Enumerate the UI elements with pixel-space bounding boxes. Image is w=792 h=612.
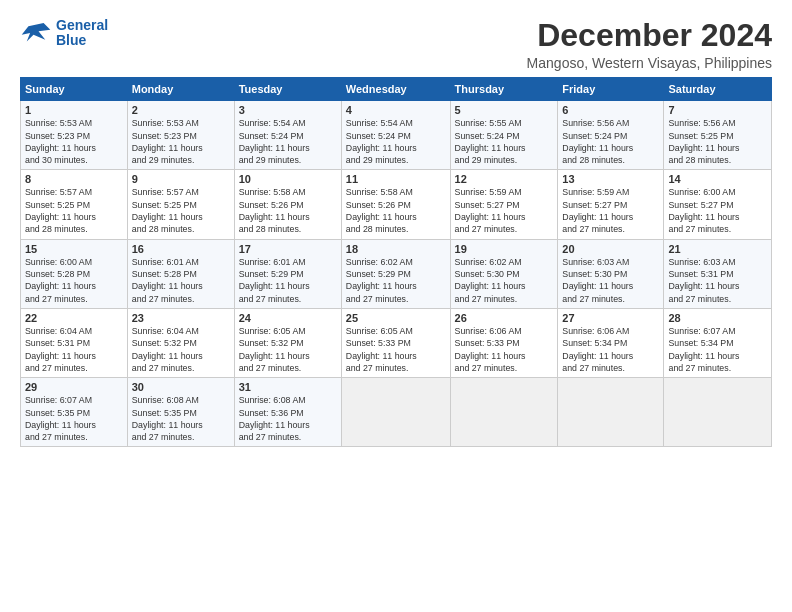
header-monday: Monday [127, 78, 234, 101]
logo: GeneralBlue [20, 18, 108, 49]
subtitle: Mangoso, Western Visayas, Philippines [527, 55, 772, 71]
day-number: 19 [455, 243, 554, 255]
calendar-cell: 8Sunrise: 5:57 AM Sunset: 5:25 PM Daylig… [21, 170, 128, 239]
calendar-cell: 16Sunrise: 6:01 AM Sunset: 5:28 PM Dayli… [127, 239, 234, 308]
day-number: 11 [346, 173, 446, 185]
day-number: 7 [668, 104, 767, 116]
day-number: 25 [346, 312, 446, 324]
day-info: Sunrise: 6:04 AM Sunset: 5:31 PM Dayligh… [25, 325, 123, 374]
calendar-cell: 2Sunrise: 5:53 AM Sunset: 5:23 PM Daylig… [127, 101, 234, 170]
day-number: 4 [346, 104, 446, 116]
day-number: 21 [668, 243, 767, 255]
calendar-week-row: 1Sunrise: 5:53 AM Sunset: 5:23 PM Daylig… [21, 101, 772, 170]
title-block: December 2024 Mangoso, Western Visayas, … [527, 18, 772, 71]
day-info: Sunrise: 6:07 AM Sunset: 5:35 PM Dayligh… [25, 394, 123, 443]
day-number: 30 [132, 381, 230, 393]
day-info: Sunrise: 5:57 AM Sunset: 5:25 PM Dayligh… [25, 186, 123, 235]
day-info: Sunrise: 5:54 AM Sunset: 5:24 PM Dayligh… [346, 117, 446, 166]
day-info: Sunrise: 6:05 AM Sunset: 5:33 PM Dayligh… [346, 325, 446, 374]
day-info: Sunrise: 5:53 AM Sunset: 5:23 PM Dayligh… [132, 117, 230, 166]
day-info: Sunrise: 5:54 AM Sunset: 5:24 PM Dayligh… [239, 117, 337, 166]
day-info: Sunrise: 5:58 AM Sunset: 5:26 PM Dayligh… [239, 186, 337, 235]
day-number: 2 [132, 104, 230, 116]
day-number: 24 [239, 312, 337, 324]
header-saturday: Saturday [664, 78, 772, 101]
svg-marker-0 [22, 23, 51, 42]
calendar-week-row: 22Sunrise: 6:04 AM Sunset: 5:31 PM Dayli… [21, 308, 772, 377]
day-info: Sunrise: 6:05 AM Sunset: 5:32 PM Dayligh… [239, 325, 337, 374]
calendar-cell: 12Sunrise: 5:59 AM Sunset: 5:27 PM Dayli… [450, 170, 558, 239]
day-number: 27 [562, 312, 659, 324]
calendar-cell: 14Sunrise: 6:00 AM Sunset: 5:27 PM Dayli… [664, 170, 772, 239]
calendar-cell: 28Sunrise: 6:07 AM Sunset: 5:34 PM Dayli… [664, 308, 772, 377]
day-info: Sunrise: 5:59 AM Sunset: 5:27 PM Dayligh… [562, 186, 659, 235]
calendar-cell: 4Sunrise: 5:54 AM Sunset: 5:24 PM Daylig… [341, 101, 450, 170]
calendar-cell: 31Sunrise: 6:08 AM Sunset: 5:36 PM Dayli… [234, 378, 341, 447]
calendar-week-row: 29Sunrise: 6:07 AM Sunset: 5:35 PM Dayli… [21, 378, 772, 447]
calendar-cell: 23Sunrise: 6:04 AM Sunset: 5:32 PM Dayli… [127, 308, 234, 377]
calendar-cell: 17Sunrise: 6:01 AM Sunset: 5:29 PM Dayli… [234, 239, 341, 308]
day-number: 23 [132, 312, 230, 324]
day-info: Sunrise: 6:01 AM Sunset: 5:28 PM Dayligh… [132, 256, 230, 305]
day-info: Sunrise: 6:00 AM Sunset: 5:27 PM Dayligh… [668, 186, 767, 235]
calendar-cell: 7Sunrise: 5:56 AM Sunset: 5:25 PM Daylig… [664, 101, 772, 170]
day-number: 5 [455, 104, 554, 116]
day-number: 1 [25, 104, 123, 116]
day-number: 26 [455, 312, 554, 324]
day-info: Sunrise: 5:57 AM Sunset: 5:25 PM Dayligh… [132, 186, 230, 235]
day-info: Sunrise: 6:07 AM Sunset: 5:34 PM Dayligh… [668, 325, 767, 374]
calendar-week-row: 15Sunrise: 6:00 AM Sunset: 5:28 PM Dayli… [21, 239, 772, 308]
day-info: Sunrise: 6:08 AM Sunset: 5:35 PM Dayligh… [132, 394, 230, 443]
header-wednesday: Wednesday [341, 78, 450, 101]
calendar-cell: 15Sunrise: 6:00 AM Sunset: 5:28 PM Dayli… [21, 239, 128, 308]
logo-text: GeneralBlue [56, 18, 108, 49]
calendar-cell: 5Sunrise: 5:55 AM Sunset: 5:24 PM Daylig… [450, 101, 558, 170]
day-number: 10 [239, 173, 337, 185]
header-thursday: Thursday [450, 78, 558, 101]
header-friday: Friday [558, 78, 664, 101]
calendar-cell: 20Sunrise: 6:03 AM Sunset: 5:30 PM Dayli… [558, 239, 664, 308]
calendar-cell: 30Sunrise: 6:08 AM Sunset: 5:35 PM Dayli… [127, 378, 234, 447]
day-info: Sunrise: 6:06 AM Sunset: 5:34 PM Dayligh… [562, 325, 659, 374]
calendar-cell: 29Sunrise: 6:07 AM Sunset: 5:35 PM Dayli… [21, 378, 128, 447]
day-number: 14 [668, 173, 767, 185]
day-info: Sunrise: 6:03 AM Sunset: 5:31 PM Dayligh… [668, 256, 767, 305]
logo-bird-icon [20, 19, 52, 47]
calendar-cell [341, 378, 450, 447]
calendar-cell: 27Sunrise: 6:06 AM Sunset: 5:34 PM Dayli… [558, 308, 664, 377]
day-info: Sunrise: 6:00 AM Sunset: 5:28 PM Dayligh… [25, 256, 123, 305]
calendar-cell: 22Sunrise: 6:04 AM Sunset: 5:31 PM Dayli… [21, 308, 128, 377]
calendar-week-row: 8Sunrise: 5:57 AM Sunset: 5:25 PM Daylig… [21, 170, 772, 239]
calendar-cell: 10Sunrise: 5:58 AM Sunset: 5:26 PM Dayli… [234, 170, 341, 239]
day-info: Sunrise: 5:55 AM Sunset: 5:24 PM Dayligh… [455, 117, 554, 166]
day-number: 18 [346, 243, 446, 255]
day-info: Sunrise: 5:58 AM Sunset: 5:26 PM Dayligh… [346, 186, 446, 235]
day-number: 6 [562, 104, 659, 116]
calendar-cell: 25Sunrise: 6:05 AM Sunset: 5:33 PM Dayli… [341, 308, 450, 377]
day-number: 16 [132, 243, 230, 255]
calendar-cell: 9Sunrise: 5:57 AM Sunset: 5:25 PM Daylig… [127, 170, 234, 239]
calendar-cell: 3Sunrise: 5:54 AM Sunset: 5:24 PM Daylig… [234, 101, 341, 170]
calendar-cell [664, 378, 772, 447]
day-number: 12 [455, 173, 554, 185]
page-container: GeneralBlue December 2024 Mangoso, Weste… [0, 0, 792, 457]
calendar-cell: 6Sunrise: 5:56 AM Sunset: 5:24 PM Daylig… [558, 101, 664, 170]
calendar-cell: 24Sunrise: 6:05 AM Sunset: 5:32 PM Dayli… [234, 308, 341, 377]
day-info: Sunrise: 6:02 AM Sunset: 5:29 PM Dayligh… [346, 256, 446, 305]
day-info: Sunrise: 5:59 AM Sunset: 5:27 PM Dayligh… [455, 186, 554, 235]
day-number: 22 [25, 312, 123, 324]
calendar-cell [450, 378, 558, 447]
calendar-cell: 21Sunrise: 6:03 AM Sunset: 5:31 PM Dayli… [664, 239, 772, 308]
calendar-cell: 19Sunrise: 6:02 AM Sunset: 5:30 PM Dayli… [450, 239, 558, 308]
calendar-table: SundayMondayTuesdayWednesdayThursdayFrid… [20, 77, 772, 447]
day-number: 9 [132, 173, 230, 185]
day-number: 15 [25, 243, 123, 255]
main-title: December 2024 [527, 18, 772, 53]
header-tuesday: Tuesday [234, 78, 341, 101]
calendar-cell: 18Sunrise: 6:02 AM Sunset: 5:29 PM Dayli… [341, 239, 450, 308]
calendar-header-row: SundayMondayTuesdayWednesdayThursdayFrid… [21, 78, 772, 101]
day-info: Sunrise: 6:06 AM Sunset: 5:33 PM Dayligh… [455, 325, 554, 374]
day-number: 31 [239, 381, 337, 393]
day-number: 28 [668, 312, 767, 324]
day-number: 20 [562, 243, 659, 255]
